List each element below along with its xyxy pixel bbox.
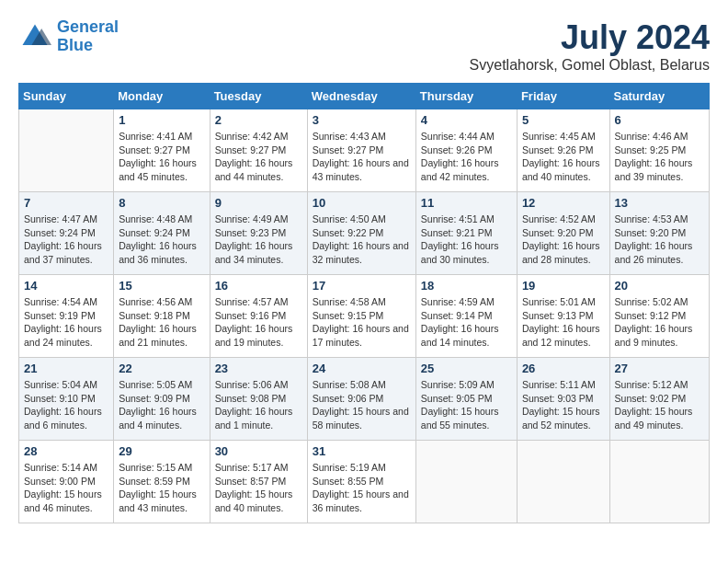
week-row-5: 28 Sunrise: 5:14 AMSunset: 9:00 PMDaylig…	[19, 441, 710, 523]
calendar-cell: 4 Sunrise: 4:44 AMSunset: 9:26 PMDayligh…	[415, 109, 517, 192]
day-info: Sunrise: 5:17 AMSunset: 8:57 PMDaylight:…	[215, 461, 302, 515]
day-number: 18	[421, 279, 512, 293]
day-number: 10	[313, 196, 411, 210]
day-info: Sunrise: 5:19 AMSunset: 8:55 PMDaylight:…	[313, 461, 411, 515]
day-number: 15	[119, 279, 204, 293]
header-tuesday: Tuesday	[210, 84, 307, 109]
day-number: 11	[421, 196, 512, 210]
day-info: Sunrise: 5:04 AMSunset: 9:10 PMDaylight:…	[24, 378, 108, 432]
title-area: July 2024 Svyetlahorsk, Gomel Oblast, Be…	[470, 18, 710, 74]
day-info: Sunrise: 5:08 AMSunset: 9:06 PMDaylight:…	[313, 378, 411, 432]
day-info: Sunrise: 5:15 AMSunset: 8:59 PMDaylight:…	[119, 461, 204, 515]
main-title: July 2024	[470, 18, 710, 57]
week-row-2: 7 Sunrise: 4:47 AMSunset: 9:24 PMDayligh…	[19, 192, 710, 275]
logo-text: General Blue	[57, 18, 119, 55]
week-row-1: 1 Sunrise: 4:41 AMSunset: 9:27 PMDayligh…	[19, 109, 710, 192]
day-info: Sunrise: 4:54 AMSunset: 9:19 PMDaylight:…	[24, 295, 108, 350]
day-info: Sunrise: 4:52 AMSunset: 9:20 PMDaylight:…	[522, 213, 605, 267]
day-number: 20	[615, 279, 704, 293]
calendar-cell: 15 Sunrise: 4:56 AMSunset: 9:18 PMDaylig…	[114, 275, 210, 358]
day-number: 22	[119, 362, 204, 375]
day-info: Sunrise: 4:41 AMSunset: 9:27 PMDaylight:…	[119, 130, 204, 184]
day-number: 6	[615, 113, 704, 127]
day-info: Sunrise: 5:11 AMSunset: 9:03 PMDaylight:…	[522, 378, 605, 432]
day-number: 29	[119, 444, 204, 458]
day-info: Sunrise: 4:59 AMSunset: 9:14 PMDaylight:…	[421, 295, 512, 350]
day-info: Sunrise: 4:49 AMSunset: 9:23 PMDaylight:…	[215, 213, 302, 267]
calendar-cell: 7 Sunrise: 4:47 AMSunset: 9:24 PMDayligh…	[19, 192, 114, 275]
day-info: Sunrise: 4:46 AMSunset: 9:25 PMDaylight:…	[615, 130, 704, 184]
header-wednesday: Wednesday	[307, 84, 415, 109]
calendar-cell: 12 Sunrise: 4:52 AMSunset: 9:20 PMDaylig…	[517, 192, 609, 275]
header-sunday: Sunday	[19, 84, 114, 109]
calendar-cell	[609, 441, 709, 523]
day-number: 17	[313, 279, 411, 293]
calendar-cell: 17 Sunrise: 4:58 AMSunset: 9:15 PMDaylig…	[307, 275, 415, 358]
day-number: 7	[24, 196, 108, 210]
day-info: Sunrise: 4:42 AMSunset: 9:27 PMDaylight:…	[215, 130, 302, 184]
calendar-cell: 10 Sunrise: 4:50 AMSunset: 9:22 PMDaylig…	[307, 192, 415, 275]
days-header-row: SundayMondayTuesdayWednesdayThursdayFrid…	[19, 84, 710, 109]
calendar-cell: 1 Sunrise: 4:41 AMSunset: 9:27 PMDayligh…	[114, 109, 210, 192]
day-number: 3	[313, 113, 411, 127]
week-row-4: 21 Sunrise: 5:04 AMSunset: 9:10 PMDaylig…	[19, 358, 710, 441]
day-info: Sunrise: 5:06 AMSunset: 9:08 PMDaylight:…	[215, 378, 302, 432]
calendar-cell: 11 Sunrise: 4:51 AMSunset: 9:21 PMDaylig…	[415, 192, 517, 275]
day-number: 25	[421, 362, 512, 375]
calendar-cell: 28 Sunrise: 5:14 AMSunset: 9:00 PMDaylig…	[19, 441, 114, 523]
day-info: Sunrise: 5:01 AMSunset: 9:13 PMDaylight:…	[522, 295, 605, 350]
logo-icon	[18, 20, 51, 53]
day-info: Sunrise: 4:45 AMSunset: 9:26 PMDaylight:…	[522, 130, 605, 184]
calendar-cell: 3 Sunrise: 4:43 AMSunset: 9:27 PMDayligh…	[307, 109, 415, 192]
calendar-cell: 13 Sunrise: 4:53 AMSunset: 9:20 PMDaylig…	[609, 192, 709, 275]
calendar-cell: 30 Sunrise: 5:17 AMSunset: 8:57 PMDaylig…	[210, 441, 307, 523]
calendar-table: SundayMondayTuesdayWednesdayThursdayFrid…	[18, 83, 710, 523]
calendar-cell: 18 Sunrise: 4:59 AMSunset: 9:14 PMDaylig…	[415, 275, 517, 358]
calendar-cell: 26 Sunrise: 5:11 AMSunset: 9:03 PMDaylig…	[517, 358, 609, 441]
calendar-cell: 22 Sunrise: 5:05 AMSunset: 9:09 PMDaylig…	[114, 358, 210, 441]
day-number: 26	[522, 362, 605, 375]
header-saturday: Saturday	[609, 84, 709, 109]
day-number: 27	[615, 362, 704, 375]
day-number: 8	[119, 196, 204, 210]
calendar-cell: 6 Sunrise: 4:46 AMSunset: 9:25 PMDayligh…	[609, 109, 709, 192]
day-number: 13	[615, 196, 704, 210]
calendar-cell: 23 Sunrise: 5:06 AMSunset: 9:08 PMDaylig…	[210, 358, 307, 441]
day-number: 30	[215, 444, 302, 458]
day-info: Sunrise: 4:43 AMSunset: 9:27 PMDaylight:…	[313, 130, 411, 184]
day-info: Sunrise: 5:14 AMSunset: 9:00 PMDaylight:…	[24, 461, 108, 515]
header-friday: Friday	[517, 84, 609, 109]
calendar-cell: 21 Sunrise: 5:04 AMSunset: 9:10 PMDaylig…	[19, 358, 114, 441]
calendar-cell: 29 Sunrise: 5:15 AMSunset: 8:59 PMDaylig…	[114, 441, 210, 523]
calendar-cell: 20 Sunrise: 5:02 AMSunset: 9:12 PMDaylig…	[609, 275, 709, 358]
day-info: Sunrise: 4:44 AMSunset: 9:26 PMDaylight:…	[421, 130, 512, 184]
day-info: Sunrise: 4:53 AMSunset: 9:20 PMDaylight:…	[615, 213, 704, 267]
calendar-cell	[415, 441, 517, 523]
header-thursday: Thursday	[415, 84, 517, 109]
day-number: 5	[522, 113, 605, 127]
day-number: 12	[522, 196, 605, 210]
day-number: 23	[215, 362, 302, 375]
day-info: Sunrise: 5:02 AMSunset: 9:12 PMDaylight:…	[615, 295, 704, 350]
calendar-cell	[517, 441, 609, 523]
day-info: Sunrise: 5:12 AMSunset: 9:02 PMDaylight:…	[615, 378, 704, 432]
day-number: 2	[215, 113, 302, 127]
header-monday: Monday	[114, 84, 210, 109]
calendar-cell: 27 Sunrise: 5:12 AMSunset: 9:02 PMDaylig…	[609, 358, 709, 441]
day-number: 14	[24, 279, 108, 293]
week-row-3: 14 Sunrise: 4:54 AMSunset: 9:19 PMDaylig…	[19, 275, 710, 358]
calendar-cell	[19, 109, 114, 192]
day-number: 19	[522, 279, 605, 293]
day-number: 9	[215, 196, 302, 210]
calendar-cell: 25 Sunrise: 5:09 AMSunset: 9:05 PMDaylig…	[415, 358, 517, 441]
day-number: 31	[313, 444, 411, 458]
calendar-cell: 2 Sunrise: 4:42 AMSunset: 9:27 PMDayligh…	[210, 109, 307, 192]
calendar-cell: 31 Sunrise: 5:19 AMSunset: 8:55 PMDaylig…	[307, 441, 415, 523]
calendar-cell: 9 Sunrise: 4:49 AMSunset: 9:23 PMDayligh…	[210, 192, 307, 275]
header: General Blue July 2024 Svyetlahorsk, Gom…	[18, 18, 710, 74]
day-number: 24	[313, 362, 411, 375]
calendar-cell: 19 Sunrise: 5:01 AMSunset: 9:13 PMDaylig…	[517, 275, 609, 358]
calendar-cell: 14 Sunrise: 4:54 AMSunset: 9:19 PMDaylig…	[19, 275, 114, 358]
day-number: 1	[119, 113, 204, 127]
logo: General Blue	[18, 18, 119, 55]
